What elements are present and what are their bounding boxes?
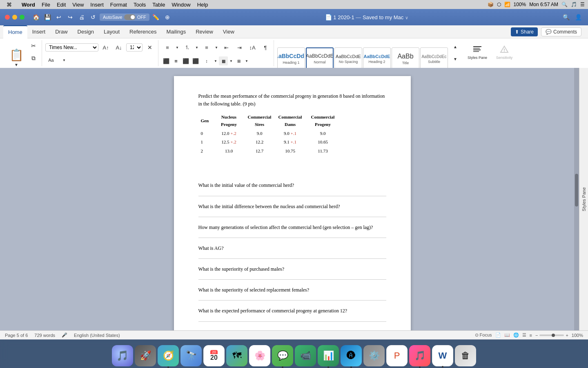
share-button[interactable]: ⬆ Share (511, 27, 538, 36)
grow-font-button[interactable]: A↑ (100, 42, 111, 53)
case-button[interactable]: Aa (45, 54, 57, 66)
window-menu[interactable]: Window (168, 0, 194, 9)
redo-button[interactable]: ↪ (65, 12, 75, 22)
zoom-level[interactable]: 100% (572, 333, 583, 338)
minimize-button[interactable] (12, 15, 17, 20)
search-icon[interactable]: 🔍 (561, 2, 568, 7)
borders-dropdown[interactable]: ▼ (244, 55, 249, 67)
tab-mailings[interactable]: Mailings (162, 25, 191, 38)
insert-menu[interactable]: Insert (87, 0, 107, 9)
scrollbar-thumb[interactable] (575, 174, 578, 206)
multilevel-dropdown[interactable]: ▼ (214, 42, 219, 53)
justify-button[interactable]: ⬛ (191, 56, 200, 65)
tab-design[interactable]: Design (73, 25, 99, 38)
tab-insert[interactable]: Insert (27, 25, 51, 38)
comments-button[interactable]: 💬 Comments (541, 27, 581, 36)
style-heading2[interactable]: AaBbCcDdE Heading 2 (363, 47, 391, 70)
dock-music[interactable]: 🎵 (409, 345, 430, 366)
format-menu[interactable]: Format (107, 0, 130, 9)
dock-appstore[interactable]: 🅐 (341, 345, 362, 366)
edit-menu[interactable]: Edit (53, 0, 69, 9)
dock-numbers[interactable]: 📊 (318, 345, 339, 366)
tools-menu[interactable]: Tools (130, 0, 149, 9)
tab-view[interactable]: View (218, 25, 239, 38)
dock-siri[interactable]: 🎵 (112, 345, 133, 366)
styles-pane-sidebar[interactable]: Styles Pane (579, 68, 588, 330)
vertical-scrollbar[interactable] (574, 68, 579, 330)
refresh-button[interactable]: ↺ (88, 12, 98, 22)
copy-button[interactable]: ⧉ (28, 52, 39, 64)
search-title-button[interactable]: 🔍 (561, 12, 571, 22)
maximize-button[interactable] (20, 15, 24, 20)
dock-finder[interactable]: 🔭 (180, 345, 202, 366)
style-normal[interactable]: AaBbCcDdE Normal (306, 47, 334, 70)
notification-center-icon[interactable]: ☰ (580, 2, 585, 7)
zoom-out-button[interactable]: − (535, 333, 538, 338)
sort-button[interactable]: ↕A (247, 42, 258, 53)
decrease-indent-button[interactable]: ⇤ (220, 42, 232, 53)
tab-review[interactable]: Review (191, 25, 218, 38)
table-menu[interactable]: Table (149, 0, 168, 9)
sensitivity-button[interactable]: Sensitivity (494, 42, 515, 63)
dock-trash[interactable]: 🗑 (455, 345, 476, 366)
numbering-dropdown[interactable]: ▼ (194, 42, 199, 53)
outline-button[interactable]: ☰ (522, 332, 526, 338)
style-subtitle[interactable]: AaBbCcDdEc Subtitle (420, 47, 448, 70)
cut-button[interactable]: ✂ (28, 40, 39, 52)
dock-facetime[interactable]: 📹 (295, 345, 316, 366)
autosave-toggle[interactable] (124, 14, 136, 20)
tab-references[interactable]: References (125, 25, 161, 38)
numbering-button[interactable]: ⒈ (181, 42, 193, 53)
borders-button[interactable]: ⊞ (234, 56, 243, 65)
line-spacing-dropdown[interactable]: ▼ (213, 55, 218, 67)
print-layout-button[interactable]: 📄 (495, 332, 501, 338)
view-menu[interactable]: View (69, 0, 87, 9)
print-button[interactable]: 🖨 (77, 12, 87, 22)
shading-button[interactable]: ▦ (219, 56, 228, 65)
help-menu[interactable]: Help (194, 0, 212, 9)
dock-calendar[interactable]: 20 20 (203, 345, 225, 366)
line-spacing-button[interactable]: ↕ (201, 55, 212, 67)
dock-launchpad[interactable]: 🚀 (135, 345, 156, 366)
more-button[interactable]: ⊕ (163, 12, 172, 22)
case-dropdown[interactable]: ▼ (58, 54, 70, 66)
styles-pane-button[interactable]: Styles Pane (467, 42, 488, 63)
shading-dropdown[interactable]: ▼ (229, 55, 234, 67)
styles-scroll-up[interactable]: ▲ (450, 41, 461, 52)
dock-messages[interactable]: 💬 (272, 345, 293, 366)
clear-format-button[interactable]: ✕ (144, 42, 156, 53)
show-hide-button[interactable]: ¶ (260, 42, 271, 53)
shrink-font-button[interactable]: A↓ (113, 42, 125, 53)
style-no-spacing[interactable]: AaBbCcDdE No Spacing (334, 47, 362, 70)
home-button[interactable]: 🏠 (31, 12, 41, 22)
increase-indent-button[interactable]: ⇥ (234, 42, 245, 53)
dock-systemprefs[interactable]: ⚙️ (363, 345, 385, 366)
account-button[interactable]: 👤 (573, 12, 583, 22)
multilevel-button[interactable]: ≡ (201, 42, 212, 53)
draft-button[interactable]: ≡ (530, 333, 532, 338)
font-family-select[interactable]: Times New... (45, 43, 98, 52)
dock-maps[interactable]: 🗺 (226, 345, 247, 366)
zoom-slider[interactable] (539, 334, 564, 336)
tab-home[interactable]: Home (3, 25, 27, 38)
bullets-dropdown[interactable]: ▼ (175, 42, 180, 53)
save-button[interactable]: 💾 (42, 12, 52, 22)
undo-button[interactable]: ↩ (54, 12, 64, 22)
apple-menu[interactable]: ⌘ (3, 0, 15, 9)
dictation-icon[interactable]: 🎤 (62, 332, 67, 338)
pen-button[interactable]: ✏️ (151, 12, 161, 22)
dock-word[interactable]: W (432, 345, 453, 366)
styles-scroll-down[interactable]: ▼ (450, 53, 461, 65)
align-left-button[interactable]: ⬛ (162, 56, 171, 65)
dock-photos[interactable]: 🌸 (249, 345, 270, 366)
dock-powerpoint[interactable]: P (386, 345, 408, 366)
align-right-button[interactable]: ⬛ (181, 56, 190, 65)
web-layout-button[interactable]: 🌐 (513, 332, 519, 338)
app-name[interactable]: Word (18, 0, 38, 9)
focus-button[interactable]: ⊙ Focus (475, 332, 492, 338)
siri-icon[interactable]: 🎵 (571, 2, 577, 7)
zoom-in-button[interactable]: + (566, 333, 568, 338)
dock-safari[interactable]: 🧭 (158, 345, 179, 366)
file-menu[interactable]: File (38, 0, 53, 9)
style-title[interactable]: AaBb Title (392, 47, 419, 70)
